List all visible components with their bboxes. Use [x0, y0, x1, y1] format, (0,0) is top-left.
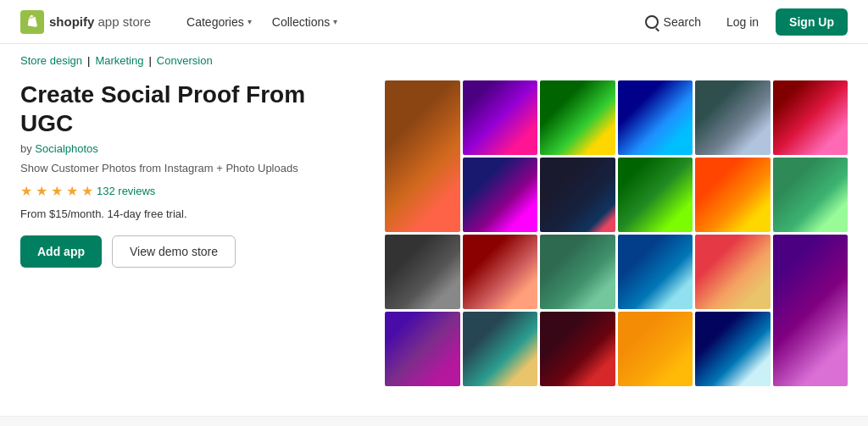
- add-app-button[interactable]: Add app: [20, 235, 102, 268]
- app-details-panel: Create Social Proof From UGC by Socialph…: [20, 74, 385, 389]
- photo-grid: [385, 80, 848, 389]
- collections-chevron-icon: ▾: [333, 17, 337, 26]
- app-description: Show Customer Photos from Instagram + Ph…: [20, 162, 358, 174]
- photo-14: [463, 235, 538, 309]
- breadcrumb-store-design[interactable]: Store design: [20, 54, 82, 67]
- photo-2: [463, 80, 538, 155]
- photo-15: [540, 235, 615, 309]
- star-3: ★: [51, 183, 63, 199]
- app-author: by Socialphotos: [20, 142, 358, 155]
- nav-right: Search Log in Sign Up: [637, 8, 848, 36]
- nav-links: Categories ▾ Collections ▾: [178, 10, 637, 34]
- photo-19: [463, 312, 538, 386]
- photo-10: [695, 158, 771, 232]
- photo-11: [773, 158, 849, 232]
- breadcrumb-sep-2: |: [148, 54, 151, 67]
- photo-13: [385, 235, 460, 309]
- categories-chevron-icon: ▾: [248, 17, 252, 26]
- photo-12: [773, 235, 849, 386]
- photo-21: [618, 312, 693, 386]
- breadcrumb-marketing[interactable]: Marketing: [95, 54, 143, 67]
- cta-buttons: Add app View demo store: [20, 235, 358, 268]
- reviews-link[interactable]: 132 reviews: [97, 185, 155, 197]
- search-button[interactable]: Search: [637, 10, 709, 34]
- logo-link[interactable]: shopify app store: [20, 10, 151, 34]
- photo-3: [540, 80, 615, 155]
- navbar: shopify app store Categories ▾ Collectio…: [0, 0, 868, 44]
- star-5: ★: [81, 183, 93, 199]
- photo-8: [540, 158, 615, 232]
- photo-16: [618, 235, 693, 309]
- photo-18: [385, 312, 460, 386]
- search-icon: [645, 15, 659, 29]
- features-section: Social Proof From UGC Curate and display…: [0, 416, 868, 426]
- breadcrumb-sep-1: |: [87, 54, 90, 67]
- photo-4: [618, 80, 693, 155]
- main-content: Create Social Proof From UGC by Socialph…: [0, 74, 868, 416]
- photo-17: [695, 235, 771, 309]
- signup-button[interactable]: Sign Up: [776, 8, 848, 36]
- pricing-info: From $15/month. 14-day free trial.: [20, 207, 358, 220]
- star-2: ★: [36, 183, 47, 199]
- shopify-logo-icon: [20, 10, 44, 34]
- star-1: ★: [20, 183, 32, 199]
- photo-7: [463, 158, 538, 232]
- star-4: ★: [66, 183, 78, 199]
- breadcrumb: Store design | Marketing | Conversion: [0, 44, 868, 74]
- categories-nav-item[interactable]: Categories ▾: [178, 10, 260, 34]
- photo-22: [695, 312, 771, 386]
- breadcrumb-conversion[interactable]: Conversion: [157, 54, 213, 67]
- photo-9: [618, 158, 693, 232]
- photo-1: [385, 80, 460, 232]
- photo-5: [695, 80, 771, 155]
- app-screenshots-panel: [385, 74, 848, 389]
- author-link[interactable]: Socialphotos: [35, 142, 97, 155]
- login-button[interactable]: Log in: [720, 10, 765, 34]
- app-title: Create Social Proof From UGC: [20, 80, 358, 137]
- logo-text: shopify app store: [49, 14, 151, 29]
- star-rating: ★ ★ ★ ★ ★ 132 reviews: [20, 183, 358, 199]
- photo-20: [540, 312, 615, 386]
- collections-nav-item[interactable]: Collections ▾: [264, 10, 346, 34]
- demo-store-button[interactable]: View demo store: [112, 235, 236, 268]
- photo-6: [773, 80, 849, 155]
